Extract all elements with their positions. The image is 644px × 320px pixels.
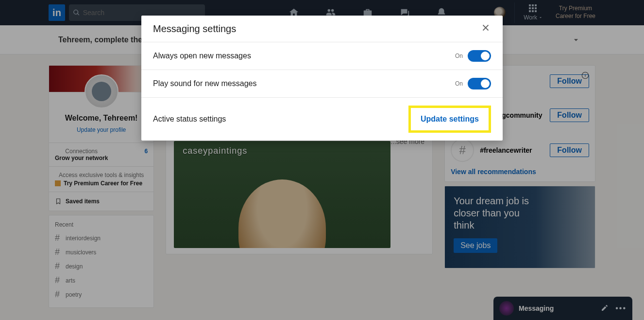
tutorial-highlight: Update settings	[408, 106, 491, 133]
setting-row-open-new: Always open new messages On	[141, 42, 503, 70]
setting-label: Play sound for new messages	[153, 79, 256, 88]
messaging-settings-modal: Messaging settings Always open new messa…	[141, 16, 503, 141]
toggle-switch[interactable]	[468, 50, 491, 62]
setting-row-play-sound: Play sound for new messages On	[141, 70, 503, 98]
setting-label: Always open new messages	[153, 52, 251, 60]
close-icon[interactable]	[480, 22, 491, 35]
setting-label: Active status settings	[153, 115, 226, 124]
update-settings-button[interactable]: Update settings	[412, 109, 488, 129]
toggle-state-text: On	[455, 80, 463, 87]
setting-row-active-status: Active status settings Update settings	[141, 98, 503, 141]
toggle-state-text: On	[455, 53, 463, 59]
modal-title: Messaging settings	[153, 23, 236, 35]
toggle-switch[interactable]	[468, 78, 491, 89]
